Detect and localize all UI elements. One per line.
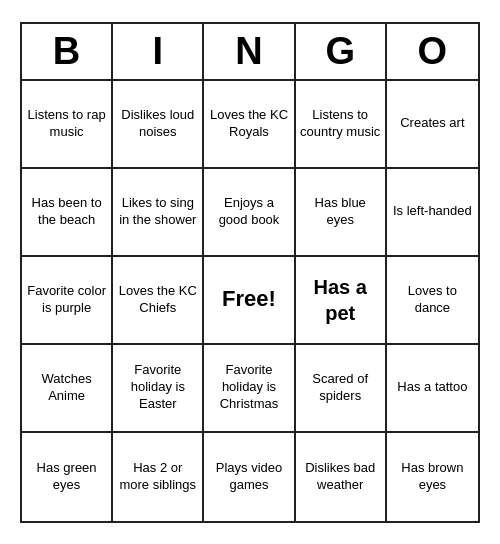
bingo-cell-13: Has a pet <box>296 257 387 345</box>
bingo-grid: Listens to rap musicDislikes loud noises… <box>22 81 478 521</box>
bingo-letter-o: O <box>387 24 478 79</box>
bingo-letter-i: I <box>113 24 204 79</box>
bingo-cell-8: Has blue eyes <box>296 169 387 257</box>
bingo-cell-12: Free! <box>204 257 295 345</box>
bingo-cell-23: Dislikes bad weather <box>296 433 387 521</box>
bingo-cell-7: Enjoys a good book <box>204 169 295 257</box>
bingo-cell-4: Creates art <box>387 81 478 169</box>
bingo-cell-10: Favorite color is purple <box>22 257 113 345</box>
bingo-cell-16: Favorite holiday is Easter <box>113 345 204 433</box>
bingo-cell-20: Has green eyes <box>22 433 113 521</box>
bingo-cell-21: Has 2 or more siblings <box>113 433 204 521</box>
bingo-card: BINGO Listens to rap musicDislikes loud … <box>20 22 480 523</box>
bingo-cell-18: Scared of spiders <box>296 345 387 433</box>
bingo-cell-22: Plays video games <box>204 433 295 521</box>
bingo-header: BINGO <box>22 24 478 81</box>
bingo-cell-24: Has brown eyes <box>387 433 478 521</box>
bingo-letter-g: G <box>296 24 387 79</box>
bingo-cell-6: Likes to sing in the shower <box>113 169 204 257</box>
bingo-cell-3: Listens to country music <box>296 81 387 169</box>
bingo-cell-14: Loves to dance <box>387 257 478 345</box>
bingo-cell-15: Watches Anime <box>22 345 113 433</box>
bingo-cell-5: Has been to the beach <box>22 169 113 257</box>
bingo-letter-n: N <box>204 24 295 79</box>
bingo-cell-17: Favorite holiday is Christmas <box>204 345 295 433</box>
bingo-cell-11: Loves the KC Chiefs <box>113 257 204 345</box>
bingo-cell-0: Listens to rap music <box>22 81 113 169</box>
bingo-cell-1: Dislikes loud noises <box>113 81 204 169</box>
bingo-letter-b: B <box>22 24 113 79</box>
bingo-cell-9: Is left-handed <box>387 169 478 257</box>
bingo-cell-2: Loves the KC Royals <box>204 81 295 169</box>
bingo-cell-19: Has a tattoo <box>387 345 478 433</box>
